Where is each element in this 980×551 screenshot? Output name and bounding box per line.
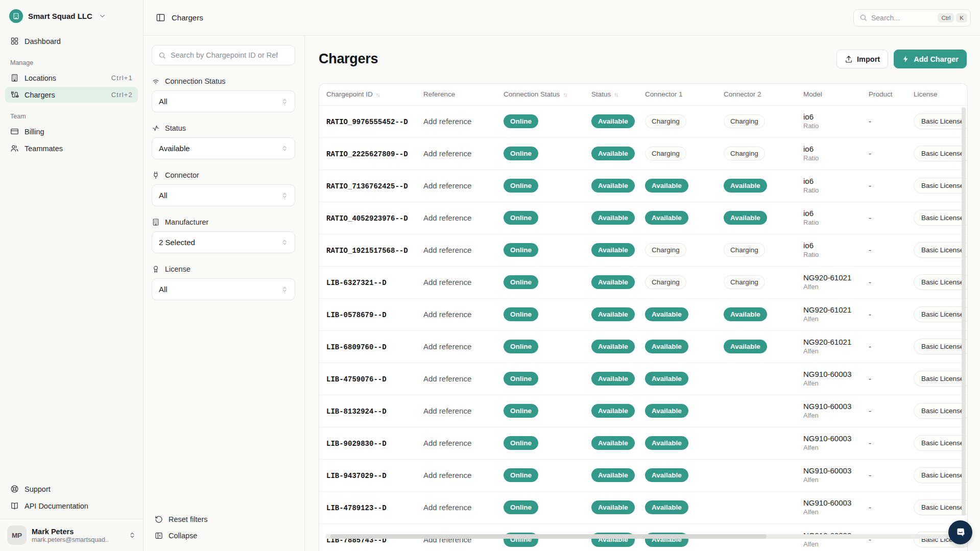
- chargepoint-id: RATIO_1921517568--D: [326, 247, 408, 255]
- chargepoint-id: LIB-0578679--D: [326, 311, 387, 319]
- add-reference-link[interactable]: Add reference: [423, 374, 471, 383]
- license-badge: Basic License: [914, 499, 968, 515]
- add-reference-link[interactable]: Add reference: [423, 342, 471, 351]
- org-switcher[interactable]: Smart Squad LLC: [5, 5, 138, 27]
- status-badge: Available: [591, 275, 635, 290]
- sidebar-item-chargers[interactable]: Chargers Ctrl+2: [5, 87, 138, 103]
- users-icon: [10, 144, 19, 153]
- table-row[interactable]: RATIO_7136762425--D Add reference Online…: [319, 170, 968, 202]
- keyboard-shortcut: CtrlK: [938, 13, 967, 22]
- user-menu[interactable]: MP Mark Peters mark.peters@smartsquad...: [0, 519, 143, 551]
- table-row[interactable]: RATIO_9976555452--D Add reference Online…: [319, 105, 968, 137]
- org-name: Smart Squad LLC: [28, 12, 92, 20]
- model-name: io6: [803, 112, 857, 122]
- status-badge: Available: [591, 436, 635, 450]
- column-header-chargepoint-id[interactable]: Chargepoint ID↑↓: [319, 84, 416, 105]
- connector2-badge: Available: [724, 179, 767, 193]
- model-name: NG920-61021: [803, 305, 857, 315]
- chargepoint-id: RATIO_9976555452--D: [326, 118, 408, 126]
- column-header-status[interactable]: Status↑↓: [584, 84, 638, 105]
- sidebar-item-billing[interactable]: Billing: [5, 124, 138, 139]
- add-reference-link[interactable]: Add reference: [423, 117, 471, 126]
- connection-status-select[interactable]: All: [152, 90, 295, 112]
- sidebar-item-api-documentation[interactable]: API Documentation: [5, 498, 138, 514]
- collapse-panel-button[interactable]: Collapse: [152, 528, 295, 544]
- add-reference-link[interactable]: Add reference: [423, 310, 471, 319]
- add-reference-link[interactable]: Add reference: [423, 213, 471, 222]
- table-row[interactable]: RATIO_4052923976--D Add reference Online…: [319, 202, 968, 234]
- table-row[interactable]: LIB-6809760--D Add reference Online Avai…: [319, 330, 968, 363]
- model-name: io6: [803, 144, 857, 154]
- sidebar-item-support[interactable]: Support: [5, 481, 138, 497]
- product-value: -: [869, 503, 871, 512]
- manufacturer-name: Alfen: [803, 444, 857, 452]
- add-reference-link[interactable]: Add reference: [423, 149, 471, 158]
- import-button[interactable]: Import: [836, 50, 888, 68]
- connector1-badge: Available: [645, 404, 688, 418]
- chargepoint-id: LIB-6809760--D: [326, 343, 387, 351]
- manufacturer-select[interactable]: 2 Selected: [152, 231, 295, 253]
- status-badge: Available: [591, 211, 635, 225]
- add-reference-link[interactable]: Add reference: [423, 471, 471, 480]
- add-reference-link[interactable]: Add reference: [423, 181, 471, 190]
- model-name: NG920-61021: [803, 337, 857, 347]
- column-header-license: License: [906, 84, 968, 105]
- chargepoint-id: RATIO_4052923976--D: [326, 214, 408, 223]
- filter-panel: Search by Chargepoint ID or Ref Connecti…: [144, 36, 305, 551]
- sidebar-item-dashboard[interactable]: Dashboard: [5, 33, 138, 49]
- horizontal-scrollbar-thumb[interactable]: [330, 534, 767, 539]
- chevrons-up-down-icon: [281, 239, 288, 246]
- section-label-manage: Manage: [10, 59, 138, 66]
- product-value: -: [869, 342, 871, 351]
- reset-filters-button[interactable]: Reset filters: [152, 511, 295, 528]
- table-row[interactable]: LIB-4759076--D Add reference Online Avai…: [319, 363, 968, 395]
- table-row[interactable]: LIB-8132924--D Add reference Online Avai…: [319, 395, 968, 427]
- add-reference-link[interactable]: Add reference: [423, 439, 471, 447]
- license-badge: Basic License: [914, 242, 968, 258]
- global-search-input[interactable]: Search... CtrlK: [853, 9, 971, 27]
- manufacturer-name: Alfen: [803, 283, 857, 292]
- product-value: -: [869, 310, 871, 319]
- vertical-scrollbar[interactable]: [962, 107, 966, 516]
- table-row[interactable]: RATIO_2225627809--D Add reference Online…: [319, 137, 968, 170]
- chat-widget-button[interactable]: [948, 520, 972, 544]
- connector-select[interactable]: All: [152, 184, 295, 206]
- table-row[interactable]: LIB-4789123--D Add reference Online Avai…: [319, 491, 968, 523]
- add-reference-link[interactable]: Add reference: [423, 278, 471, 286]
- sort-icon: ↑↓: [376, 91, 379, 98]
- column-header-connector-2: Connector 2: [716, 84, 796, 105]
- add-reference-link[interactable]: Add reference: [423, 503, 471, 512]
- table-row[interactable]: LIB-9029830--D Add reference Online Avai…: [319, 427, 968, 459]
- connector2-badge: Charging: [724, 243, 765, 257]
- table-row[interactable]: LIB-6327321--D Add reference Online Avai…: [319, 266, 968, 298]
- horizontal-scrollbar[interactable]: [325, 534, 948, 539]
- connection-status-badge: Online: [504, 275, 538, 290]
- column-header-connector-1: Connector 1: [638, 84, 716, 105]
- add-reference-link[interactable]: Add reference: [423, 406, 471, 415]
- building-icon: [10, 74, 19, 82]
- table-row[interactable]: LIB-0578679--D Add reference Online Avai…: [319, 298, 968, 330]
- sidebar-item-teammates[interactable]: Teammates: [5, 140, 138, 156]
- connection-status-badge: Online: [504, 500, 538, 515]
- add-reference-link[interactable]: Add reference: [423, 246, 471, 254]
- shortcut-label: Ctrl+2: [111, 91, 133, 99]
- table-row[interactable]: RATIO_1921517568--D Add reference Online…: [319, 234, 968, 266]
- manufacturer-name: Ratio: [803, 219, 857, 227]
- life-buoy-icon: [10, 485, 19, 493]
- add-charger-button[interactable]: Add Charger: [894, 50, 967, 68]
- chargepoint-search-input[interactable]: Search by Chargepoint ID or Ref: [152, 45, 295, 65]
- status-badge: Available: [591, 372, 635, 386]
- column-header-connection-status[interactable]: Connection Status↑↓: [496, 84, 584, 105]
- sidebar-item-locations[interactable]: Locations Ctrl+1: [5, 70, 138, 86]
- chargepoint-id: LIB-6327321--D: [326, 279, 387, 287]
- panel-left-icon[interactable]: [156, 13, 165, 22]
- status-select[interactable]: Available: [152, 137, 295, 159]
- table-row[interactable]: LIB-9437029--D Add reference Online Avai…: [319, 459, 968, 491]
- connector1-badge: Available: [645, 340, 688, 354]
- license-select[interactable]: All: [152, 278, 295, 300]
- chevrons-up-down-icon: [281, 192, 288, 199]
- connector1-badge: Charging: [645, 114, 686, 129]
- status-badge: Available: [591, 500, 635, 515]
- chargepoint-id: LIB-4759076--D: [326, 375, 387, 384]
- license-badge: Basic License: [914, 178, 968, 194]
